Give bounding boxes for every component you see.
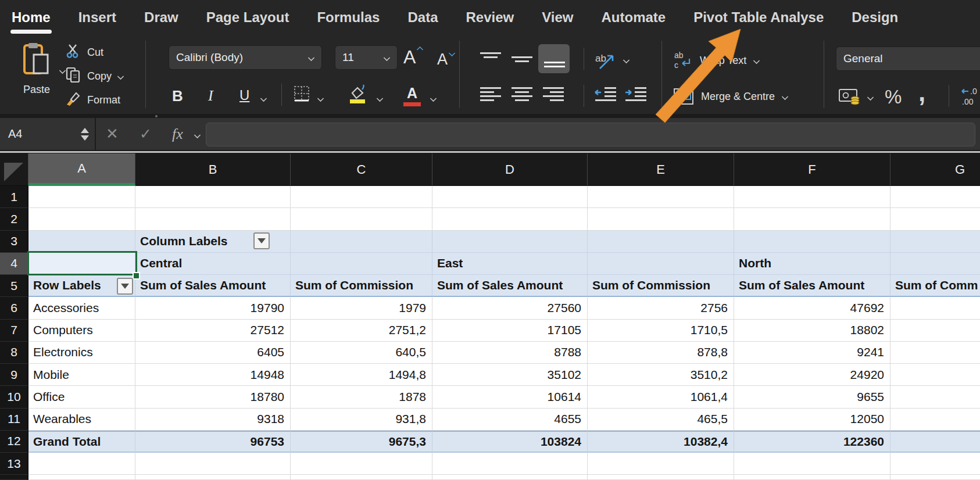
cell[interactable] [890, 253, 980, 275]
cell-value[interactable]: 1979 [291, 297, 432, 319]
cell-value[interactable]: 878,8 [588, 342, 734, 364]
align-middle-button[interactable] [509, 51, 535, 67]
cell-category[interactable]: Computers [28, 320, 135, 342]
tab-review[interactable]: Review [466, 9, 514, 26]
cell[interactable] [734, 475, 890, 480]
row-header-10[interactable]: 10 [0, 386, 28, 408]
cell[interactable] [291, 453, 432, 475]
cell[interactable] [734, 231, 890, 253]
italic-button[interactable]: I [208, 87, 213, 105]
column-header-B[interactable]: B [135, 153, 291, 186]
align-left-button[interactable] [478, 86, 503, 103]
cell[interactable] [890, 453, 980, 475]
cell-value[interactable]: 9655 [734, 386, 890, 408]
chevron-down-icon[interactable] [430, 95, 437, 102]
borders-button[interactable] [293, 85, 310, 105]
cell-value[interactable]: 27560 [432, 297, 588, 319]
cell-value[interactable]: 9241 [734, 342, 890, 364]
formula-bar-handle[interactable] [155, 115, 158, 117]
copy-button[interactable]: Copy [65, 67, 124, 85]
percent-style-button[interactable]: % [885, 86, 902, 108]
row-header-2[interactable]: 2 [0, 208, 28, 230]
cell[interactable] [588, 231, 734, 253]
chevron-down-icon[interactable] [867, 94, 874, 101]
cell-value[interactable]: 2756 [588, 297, 734, 319]
increase-decimal-button[interactable]: .0 .00 [960, 87, 980, 109]
cell[interactable] [291, 231, 432, 253]
cell[interactable] [291, 208, 432, 230]
column-header-C[interactable]: C [291, 153, 432, 186]
fill-handle[interactable] [133, 272, 140, 280]
cell-region-central[interactable]: Central [135, 253, 291, 275]
row-header-6[interactable]: 6 [0, 297, 28, 319]
cell-grand-total-value[interactable]: 122360 [734, 431, 890, 453]
cell-grand-total-value[interactable]: 10382,4 [588, 431, 734, 453]
cell-value[interactable]: 8788 [432, 342, 588, 364]
decrease-font-size-button[interactable]: A [437, 50, 455, 69]
cell-grand-total-label[interactable]: Grand Total [28, 431, 135, 453]
cell-value[interactable]: 4655 [432, 409, 588, 431]
bold-button[interactable]: B [172, 87, 183, 105]
cell[interactable] [28, 453, 135, 475]
cell[interactable] [432, 231, 588, 253]
cell-value[interactable]: 12050 [734, 409, 890, 431]
column-header-A[interactable]: A [28, 153, 135, 186]
cell-region-north[interactable]: North [734, 253, 890, 275]
cell[interactable] [432, 186, 588, 208]
number-format-select[interactable]: General [836, 46, 980, 71]
merge-centre-button[interactable]: Merge & Centre [673, 85, 788, 108]
tab-view[interactable]: View [542, 9, 573, 26]
cell[interactable] [588, 253, 734, 275]
cell-value[interactable]: 24920 [734, 364, 890, 386]
cell-category[interactable]: Mobile [28, 364, 135, 386]
cell-value[interactable]: 47692 [734, 297, 890, 319]
tab-draw[interactable]: Draw [144, 9, 178, 26]
cell[interactable] [135, 453, 291, 475]
cell-value-header[interactable]: Sum of Sales Amount [135, 275, 291, 297]
cell-value[interactable]: 640,5 [291, 342, 432, 364]
name-box[interactable]: A4 [0, 118, 96, 150]
cell[interactable] [734, 186, 890, 208]
cell[interactable] [890, 342, 980, 364]
cell[interactable] [28, 231, 135, 253]
wrap-text-button[interactable]: ab c Wrap Text [673, 49, 760, 72]
cell-value[interactable]: 2751,2 [291, 320, 432, 342]
cell[interactable] [890, 386, 980, 408]
cell-value[interactable]: 19790 [135, 297, 291, 319]
decrease-indent-button[interactable] [593, 86, 618, 103]
align-right-button[interactable] [541, 86, 566, 103]
cell-value[interactable]: 1494,8 [291, 364, 432, 386]
paste-button[interactable]: Paste [10, 42, 63, 96]
cell-value[interactable]: 9318 [135, 409, 291, 431]
column-header-D[interactable]: D [432, 153, 588, 186]
cell-value[interactable]: 27512 [135, 320, 291, 342]
font-name-select[interactable]: Calibri (Body) [169, 45, 322, 70]
cell-category[interactable]: Wearables [28, 409, 135, 431]
cell-value[interactable]: 1061,4 [588, 386, 734, 408]
row-header-1[interactable]: 1 [0, 186, 28, 208]
cell[interactable] [28, 475, 135, 480]
cell-value[interactable]: 10614 [432, 386, 588, 408]
cell[interactable] [588, 186, 734, 208]
select-all-corner[interactable] [0, 153, 28, 186]
column-labels-filter-dropdown[interactable] [253, 232, 270, 249]
align-top-button[interactable] [478, 51, 503, 67]
format-painter-button[interactable]: Format [65, 91, 120, 109]
cell-value[interactable]: 465,5 [588, 409, 734, 431]
font-size-select[interactable]: 11 [335, 45, 398, 70]
increase-font-size-button[interactable]: A [403, 46, 423, 68]
cell[interactable] [890, 364, 980, 386]
name-box-spinner[interactable] [81, 128, 89, 141]
row-header-5[interactable]: 5 [0, 275, 28, 297]
comma-style-button[interactable]: , [918, 78, 925, 107]
cell[interactable] [890, 475, 980, 480]
column-header-E[interactable]: E [588, 153, 734, 186]
row-header-7[interactable]: 7 [0, 320, 28, 342]
chevron-down-icon[interactable] [623, 57, 630, 63]
cut-button[interactable]: Cut [65, 43, 103, 62]
cancel-button[interactable]: ✕ [106, 118, 119, 150]
chevron-down-icon[interactable] [260, 95, 267, 102]
cell[interactable] [890, 431, 980, 453]
cell[interactable] [432, 453, 588, 475]
tab-automate[interactable]: Automate [601, 9, 666, 26]
